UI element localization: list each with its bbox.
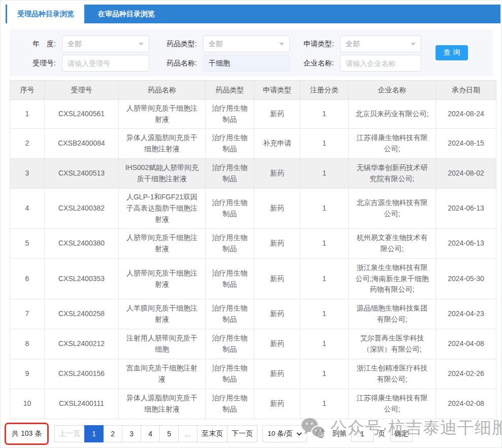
goto-page-input[interactable] [351, 426, 374, 442]
table-cell: 治疗用生物制品 [206, 259, 254, 299]
apply-type-select[interactable]: 全部 [340, 36, 421, 52]
table-cell: 江苏得康生物科技有限公司; [349, 389, 436, 419]
table-cell: 北京吉源生物科技有限公司; [349, 189, 436, 229]
results-table: 序号 受理号 药品名称 药品类型 申请类型 注册分类 企业名称 承办日期 1CX… [10, 80, 496, 419]
page-button-1[interactable]: 1 [84, 425, 104, 442]
table-cell: 9 [10, 359, 45, 389]
table-cell: 1 [300, 259, 349, 299]
tab-accepted-catalog[interactable]: 受理品种目录浏览 [7, 5, 84, 23]
page-button-2[interactable]: 2 [103, 425, 122, 442]
table-row[interactable]: 1CXSL2400561人脐带间充质干细胞注射液治疗用生物制品新药1北京贝来药业… [10, 100, 496, 129]
total-count-annotation: 共 103 条 [5, 423, 49, 445]
year-select[interactable]: 全部 [62, 36, 149, 52]
table-cell: 1 [300, 229, 349, 259]
prev-page-button[interactable]: 上一页 [54, 425, 85, 442]
table-cell: CXSL2400382 [45, 189, 119, 229]
table-cell: CXSL2400353 [45, 259, 119, 299]
accept-no-input[interactable] [62, 55, 149, 72]
page-button-4[interactable]: 4 [141, 425, 160, 442]
table-cell: 浙江生创精准医疗科技有限公司; [349, 359, 436, 389]
column-header-index: 序号 [10, 81, 45, 100]
table-cell: 宫血间充质干细胞注射液 [119, 359, 206, 389]
table-cell: 江苏得康生物科技有限公司; [349, 129, 436, 159]
drug-name-input[interactable] [203, 55, 290, 72]
table-row[interactable]: 4CXSL2400382人GLP-1和FGF21双因子高表达脂肪干细胞注射液治疗… [10, 189, 496, 229]
table-cell: 浙江泉生生物科技有限公司;海南新生泉干细胞药物有限公司; [349, 259, 436, 299]
table-cell: 4 [10, 189, 45, 229]
table-cell: 新药 [254, 189, 300, 229]
table-cell: 1 [300, 299, 349, 329]
table-row[interactable]: 5CXSL2400380人脐带间充质干细胞注射液治疗用生物制品新药1杭州易文赛生… [10, 229, 496, 259]
table-row[interactable]: 2CXSB2400084异体人源脂肪间充质干细胞注射液治疗用生物制品补充申请1江… [10, 129, 496, 159]
page-size-select[interactable]: 10 条/页 [262, 425, 307, 442]
goto-confirm-button[interactable]: 确定 [390, 426, 413, 442]
drug-name-label: 药品名称: [149, 59, 203, 68]
table-cell: 8 [10, 329, 45, 359]
drug-type-label: 药品类型: [149, 40, 203, 49]
table-cell: CXSL2400513 [45, 159, 119, 189]
drug-type-select-value: 全部 [209, 40, 279, 49]
last-page-button[interactable]: 至末页 [197, 425, 227, 442]
company-input[interactable] [340, 55, 421, 72]
table-row[interactable]: 9CXSL2400156宫血间充质干细胞注射液治疗用生物制品新药1浙江生创精准医… [10, 359, 496, 389]
table-cell: 1 [300, 100, 349, 129]
table-cell: 1 [300, 329, 349, 359]
table-cell: 2024-08-24 [436, 100, 496, 129]
page-ellipsis[interactable]: ... [178, 425, 197, 442]
table-cell: 新药 [254, 299, 300, 329]
table-cell: 2024-06-13 [436, 229, 496, 259]
column-header-drug-type: 药品类型 [206, 81, 254, 100]
table-cell: 新药 [254, 229, 300, 259]
table-row[interactable]: 6CXSL2400353人脐带间充质干细胞注射液治疗用生物制品新药1浙江泉生生物… [10, 259, 496, 299]
table-row[interactable]: 3CXSL2400513IHS002赋能人脐带间充质干细胞注射液治疗用生物制品新… [10, 159, 496, 189]
table-cell: 2 [10, 129, 45, 159]
table-cell: 1 [300, 159, 349, 189]
table-cell: 杭州易文赛生物技术有限公司; [349, 229, 436, 259]
filter-panel: 年 度: 全部 药品类型: 全部 申请类型: 全部 [10, 29, 493, 77]
table-cell: CXSL2400156 [45, 359, 119, 389]
table-cell: 2024-02-08 [436, 389, 496, 419]
drug-type-select[interactable]: 全部 [203, 36, 290, 52]
year-select-value: 全部 [68, 40, 139, 49]
page-button-5[interactable]: 5 [159, 425, 179, 442]
refresh-icon[interactable] [315, 428, 326, 439]
table-cell: 2024-02-26 [436, 359, 496, 389]
table-cell: CXSL2400258 [45, 299, 119, 329]
table-cell: CXSL2400111 [45, 389, 119, 419]
tab-under-review-catalog[interactable]: 在审品种目录浏览 [84, 5, 169, 23]
table-cell: 无锡华泰创新药技术研究院有限公司; [349, 159, 436, 189]
table-row[interactable]: 10CXSL2400111异体人源脂肪间充质干细胞注射液治疗用生物制品新药1江苏… [10, 389, 496, 419]
chevron-down-icon [296, 432, 302, 436]
page-size-value: 10 条/页 [267, 429, 293, 438]
table-cell: 人脐带间充质干细胞注射液 [119, 100, 206, 129]
total-count: 共 103 条 [12, 429, 42, 437]
table-cell: 2024-04-08 [436, 329, 496, 359]
table-cell: 1 [10, 100, 45, 129]
table-cell: 1 [300, 189, 349, 229]
table-cell: 治疗用生物制品 [206, 329, 254, 359]
column-header-company: 企业名称 [349, 81, 436, 100]
accept-no-label: 受理号: [10, 59, 62, 68]
table-cell: 2024-05-30 [436, 259, 496, 299]
page-button-3[interactable]: 3 [122, 425, 141, 442]
next-page-button[interactable]: 下一页 [227, 425, 257, 442]
tab-bar: 受理品种目录浏览 在审品种目录浏览 [6, 5, 500, 23]
page-buttons: 上一页 12345... 至末页 下一页 [54, 425, 257, 442]
pagination-bar: 共 103 条 上一页 12345... 至末页 下一页 10 条/页 到第 页… [5, 420, 413, 447]
table-cell: 6 [10, 259, 45, 299]
query-button[interactable]: 查询 [436, 45, 468, 60]
table-cell: CXSB2400084 [45, 129, 119, 159]
table-cell: 治疗用生物制品 [206, 129, 254, 159]
chevron-down-icon [411, 43, 416, 46]
table-header-row: 序号 受理号 药品名称 药品类型 申请类型 注册分类 企业名称 承办日期 [10, 81, 496, 100]
table-cell: CXSL2400212 [45, 329, 119, 359]
table-row[interactable]: 8CXSL2400212注射用人脐带间充质干细胞治疗用生物制品新药1艾尔普再生医… [10, 329, 496, 359]
table-cell: 注射用人脐带间充质干细胞 [119, 329, 206, 359]
company-label: 企业名称: [290, 59, 340, 68]
table-cell: 治疗用生物制品 [206, 159, 254, 189]
table-row[interactable]: 7CXSL2400258人羊膜间充质干细胞注射液治疗用生物制品新药1源品细胞生物… [10, 299, 496, 329]
table-cell: 治疗用生物制品 [206, 100, 254, 129]
apply-type-select-value: 全部 [346, 40, 411, 49]
table-cell: 治疗用生物制品 [206, 229, 254, 259]
table-cell: 2024-08-02 [436, 159, 496, 189]
